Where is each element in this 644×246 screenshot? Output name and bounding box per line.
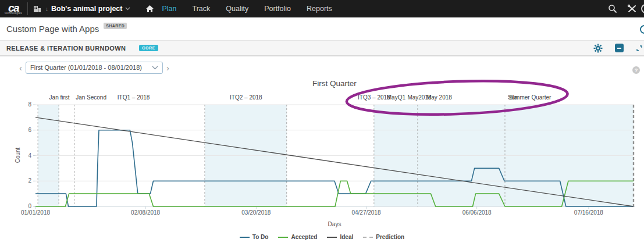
shared-badge: SHARED [104, 23, 127, 29]
next-release-button[interactable]: › [163, 63, 173, 73]
x-axis-title: Days [35, 221, 634, 227]
release-dropdown[interactable]: First Quarter (01/01/2018 - 08/01/2018) [26, 62, 163, 74]
panel-header: RELEASE & ITERATION BURNDOWN CORE [0, 40, 644, 56]
legend-swatch [363, 237, 373, 238]
y-axis-title: Count [15, 148, 21, 163]
y-tick-label: 2 [19, 177, 31, 184]
burndown-chart: First Quarter Jan firstJan SecondITQ1 – … [0, 77, 644, 246]
legend-label: Accepted [291, 234, 317, 240]
search-icon[interactable] [608, 4, 617, 13]
y-tick-label: 0 [19, 203, 31, 209]
legend-label: Prediction [376, 234, 404, 240]
x-tick-label: 06/06/2018 [462, 209, 492, 216]
iteration-label: Jan Second [76, 94, 106, 101]
chevron-down-icon[interactable] [125, 7, 130, 10]
page-title-row: Custom Page with Apps SHARED [0, 17, 644, 40]
release-dropdown-value: First Quarter (01/01/2018 - 08/01/2018) [30, 64, 142, 71]
iteration-label: ITQ1 – 2018 [118, 94, 150, 101]
iteration-label: ITQ2 – 2018 [230, 94, 262, 101]
chart-legend: To DoAcceptedIdealPrediction [0, 234, 644, 240]
iteration-label: ITQ3 – 2018 [358, 94, 390, 101]
legend-item-ideal[interactable]: Ideal [327, 234, 353, 240]
nav-item-reports[interactable]: Reports [307, 5, 332, 13]
x-tick-label: 01/01/2018 [21, 209, 50, 216]
legend-swatch [278, 237, 288, 238]
collapse-panel-button[interactable] [615, 44, 624, 52]
gear-icon[interactable] [593, 44, 603, 53]
iteration-label: May 2018 [426, 94, 452, 101]
x-tick-label: 03/20/2018 [241, 209, 271, 216]
legend-label: Ideal [340, 234, 353, 240]
avatar-partial[interactable] [641, 4, 644, 13]
home-icon[interactable] [145, 5, 154, 13]
y-tick-label: 8 [19, 101, 31, 108]
legend-item-to-do[interactable]: To Do [240, 234, 269, 240]
y-tick-label: 6 [19, 127, 31, 133]
project-picker[interactable]: Bob's animal project [51, 5, 122, 13]
nav-divider [27, 2, 28, 15]
nav-item-plan[interactable]: Plan [162, 5, 176, 13]
nav-item-portfolio[interactable]: Portfolio [264, 5, 291, 13]
tools-icon[interactable] [627, 4, 637, 13]
nav-item-quality[interactable]: Quality [226, 5, 248, 13]
nav-item-track[interactable]: Track [192, 5, 210, 13]
core-badge: CORE [139, 45, 158, 51]
release-controls: ‹ First Quarter (01/01/2018 - 08/01/2018… [0, 58, 644, 77]
previous-release-button[interactable]: ‹ [16, 63, 26, 73]
top-nav-bar: ca technologies ↓ Bob's animal project P… [0, 0, 644, 17]
help-icon[interactable]: ? [632, 66, 640, 74]
resize-handle-icon[interactable] [636, 45, 643, 52]
x-tick-label: 04/27/2018 [351, 209, 380, 216]
nav-menu: PlanTrackQualityPortfolioReports [162, 5, 332, 13]
panel-title: RELEASE & ITERATION BURNDOWN [6, 45, 126, 52]
legend-swatch [327, 237, 337, 238]
iteration-label: Jan first [49, 94, 70, 101]
iteration-labels-row: Jan firstJan SecondITQ1 – 2018ITQ2 – 201… [0, 94, 644, 102]
iteration-label: MayQ1 [387, 94, 405, 101]
x-tick-label: 07/16/2018 [574, 209, 603, 216]
page-title: Custom Page with Apps [6, 24, 99, 34]
iteration-label: Summer Quarter [508, 94, 551, 101]
down-arrow-icon: ↓ [45, 6, 48, 12]
ca-logo[interactable]: ca technologies [0, 2, 27, 15]
legend-label: To Do [252, 234, 269, 240]
chart-title: First Quarter [35, 79, 634, 88]
legend-item-accepted[interactable]: Accepted [278, 234, 317, 240]
legend-item-prediction[interactable]: Prediction [363, 234, 404, 240]
chevron-down-icon [152, 66, 158, 70]
x-tick-label: 02/08/2018 [131, 209, 160, 216]
ca-logo-subtext: technologies [0, 12, 27, 15]
legend-swatch [240, 237, 250, 238]
refresh-icon-partial[interactable] [640, 25, 644, 34]
organization-icon[interactable] [33, 5, 41, 13]
